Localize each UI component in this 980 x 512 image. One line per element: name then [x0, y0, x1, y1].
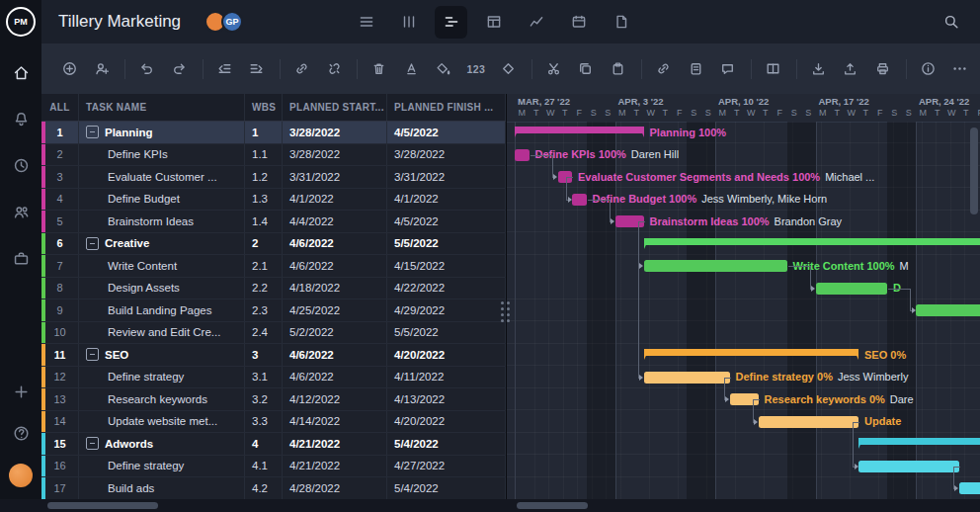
wbs-cell[interactable]: 2 [245, 233, 283, 255]
wbs-cell[interactable]: 3.2 [245, 388, 283, 410]
toolbar-milestone-button[interactable] [496, 56, 521, 82]
wbs-cell[interactable]: 2.2 [245, 278, 283, 299]
task-name-cell[interactable]: Brainstorm Ideas [79, 211, 245, 232]
planned-start-cell[interactable]: 4/28/2022 [283, 477, 387, 499]
app-logo[interactable]: PM [0, 0, 41, 43]
row-number-cell[interactable]: 14 [41, 411, 79, 433]
toolbar-link-button[interactable] [289, 56, 314, 82]
task-name-cell[interactable]: Define strategy [79, 367, 245, 388]
gantt-summary-bar[interactable] [644, 349, 859, 356]
table-row[interactable]: 16Define strategy4.14/21/20224/27/2022 [41, 456, 506, 478]
table-row[interactable]: 11SEO34/6/20224/20/2022 [41, 344, 506, 367]
planned-start-cell[interactable]: 4/4/2022 [283, 211, 387, 232]
wbs-cell[interactable]: 1.4 [245, 211, 283, 232]
column-header-wbs[interactable]: WBS [245, 94, 283, 121]
planned-finish-cell[interactable]: 4/20/2022 [387, 344, 506, 366]
planned-finish-cell[interactable]: 4/15/2022 [387, 255, 506, 277]
view-tab-list[interactable] [350, 6, 382, 39]
task-name-cell[interactable]: Creative [79, 233, 245, 255]
row-number-cell[interactable]: 6 [41, 233, 79, 255]
toolbar-more-button[interactable] [947, 56, 972, 82]
table-row[interactable]: 14Update website met...3.34/14/20224/20/… [41, 411, 506, 434]
row-number-cell[interactable]: 15 [41, 433, 79, 455]
planned-start-cell[interactable]: 4/12/2022 [283, 388, 387, 410]
member-avatar-2[interactable]: GP [221, 11, 243, 33]
wbs-cell[interactable]: 3 [245, 344, 283, 366]
row-number-cell[interactable]: 8 [41, 278, 79, 299]
table-row[interactable]: 8Design Assets2.24/18/20224/22/2022 [41, 278, 506, 300]
planned-finish-cell[interactable]: 5/5/2022 [387, 322, 506, 344]
toolbar-add-task-button[interactable] [57, 56, 82, 82]
planned-start-cell[interactable]: 3/28/2022 [283, 122, 387, 143]
toolbar-cut-button[interactable] [541, 56, 566, 82]
gantt-task-bar[interactable] [916, 304, 980, 316]
view-tab-calendar[interactable] [562, 6, 595, 39]
wbs-cell[interactable]: 3.1 [245, 367, 283, 388]
column-header-planned-finish[interactable]: PLANNED FINISH ... [387, 94, 506, 121]
wbs-cell[interactable]: 1 [245, 122, 283, 143]
toolbar-print-button[interactable] [870, 56, 895, 82]
gantt-task-bar[interactable] [515, 149, 530, 161]
wbs-cell[interactable]: 3.3 [245, 411, 283, 433]
planned-finish-cell[interactable]: 4/27/2022 [387, 456, 506, 477]
row-number-cell[interactable]: 3 [41, 166, 79, 188]
toolbar-add-user-button[interactable] [90, 56, 115, 82]
toolbar-notes-button[interactable] [684, 56, 708, 82]
table-row[interactable]: 5Brainstorm Ideas1.44/4/20224/5/2022 [41, 211, 506, 233]
table-row[interactable]: 3Evaluate Customer ...1.23/31/20223/31/2… [41, 166, 506, 189]
task-name-cell[interactable]: Define Budget [79, 189, 245, 211]
gantt-task-bar[interactable] [959, 482, 980, 494]
row-number-cell[interactable]: 2 [41, 144, 79, 166]
toolbar-columns-button[interactable] [761, 56, 785, 82]
wbs-cell[interactable]: 1.2 [245, 166, 283, 188]
planned-finish-cell[interactable]: 3/28/2022 [387, 144, 506, 166]
sidebar-plus-button[interactable] [10, 381, 32, 402]
task-name-cell[interactable]: Write Content [79, 255, 245, 277]
view-tab-gantt[interactable] [435, 6, 467, 39]
sidebar-item-clock[interactable] [10, 154, 32, 176]
table-row[interactable]: 13Research keywords3.24/12/20224/13/2022 [41, 388, 506, 411]
planned-finish-cell[interactable]: 4/5/2022 [387, 211, 506, 232]
wbs-cell[interactable]: 2.1 [245, 255, 283, 277]
task-name-cell[interactable]: SEO [79, 344, 245, 366]
planned-finish-cell[interactable]: 4/11/2022 [387, 367, 506, 388]
collapse-icon[interactable] [86, 126, 99, 138]
row-number-cell[interactable]: 16 [41, 456, 79, 477]
row-number-cell[interactable]: 5 [41, 211, 79, 232]
toolbar-font-color-button[interactable] [399, 56, 424, 82]
gantt-summary-bar[interactable] [644, 238, 980, 245]
table-row[interactable]: 4Define Budget1.34/1/20224/1/2022 [41, 189, 506, 212]
table-row[interactable]: 15Adwords44/21/20225/4/2022 [41, 433, 506, 456]
toolbar-info-button[interactable] [916, 56, 940, 82]
planned-finish-cell[interactable]: 5/5/2022 [387, 233, 506, 255]
table-row[interactable]: 7Write Content2.14/6/20224/15/2022 [41, 255, 506, 278]
table-row[interactable]: 2Define KPIs1.13/28/20223/28/2022 [41, 144, 506, 167]
row-number-cell[interactable]: 7 [41, 255, 79, 277]
planned-start-cell[interactable]: 3/28/2022 [283, 144, 387, 166]
gantt-horizontal-scrollbar-thumb[interactable] [517, 502, 588, 509]
table-row[interactable]: 6Creative24/6/20225/5/2022 [41, 233, 506, 256]
planned-finish-cell[interactable]: 5/4/2022 [387, 433, 506, 455]
gantt-summary-bar[interactable] [858, 438, 980, 445]
task-name-cell[interactable]: Build Landing Pages [79, 299, 245, 321]
toolbar-redo-button[interactable] [167, 56, 192, 82]
wbs-cell[interactable]: 1.1 [245, 144, 283, 166]
planned-start-cell[interactable]: 4/21/2022 [283, 433, 387, 455]
toolbar-fill-color-button[interactable] [432, 56, 456, 82]
toolbar-attach-button[interactable] [651, 56, 676, 82]
view-tab-board[interactable] [392, 6, 425, 39]
toolbar-unlink-button[interactable] [322, 56, 347, 82]
collapse-icon[interactable] [86, 437, 99, 450]
wbs-cell[interactable]: 1.3 [245, 189, 283, 211]
toolbar-undo-button[interactable] [134, 56, 159, 82]
toolbar-number-123-button[interactable]: 123 [464, 56, 489, 82]
planned-finish-cell[interactable]: 4/22/2022 [387, 278, 506, 299]
wbs-cell[interactable]: 4.2 [245, 477, 283, 499]
wbs-cell[interactable]: 2.4 [245, 322, 283, 344]
wbs-cell[interactable]: 4.1 [245, 456, 283, 477]
sidebar-help-button[interactable] [10, 422, 32, 444]
task-name-cell[interactable]: Research keywords [79, 388, 245, 410]
planned-start-cell[interactable]: 4/14/2022 [283, 411, 387, 433]
user-avatar[interactable] [9, 464, 33, 487]
toolbar-comment-button[interactable] [715, 56, 740, 82]
